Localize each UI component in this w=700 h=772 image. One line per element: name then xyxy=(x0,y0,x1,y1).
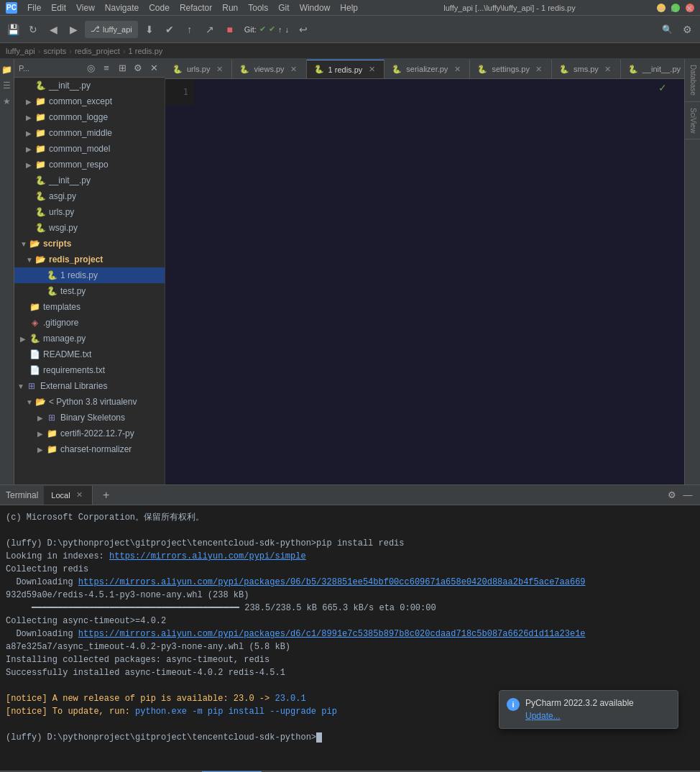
code-area[interactable] xyxy=(194,79,684,484)
toolbar-push[interactable]: ↑ xyxy=(181,21,198,38)
toolbar-forward[interactable]: ▶ xyxy=(65,21,82,38)
right-tab-database[interactable]: Database xyxy=(685,59,700,102)
tab-serializer[interactable]: 🐍 serializer.py ✕ xyxy=(384,60,470,78)
toolbar-commit[interactable]: ✔ xyxy=(161,21,178,38)
tree-item-python38[interactable]: 📂 < Python 3.8 virtualenv xyxy=(14,394,165,410)
terminal-link-aliyun[interactable]: https://mirrors.aliyun.com/pypi/simple xyxy=(109,551,306,561)
tree-item-binary[interactable]: ⊞ Binary Skeletons xyxy=(14,410,165,426)
notification-update-link[interactable]: Update... xyxy=(525,711,671,721)
menu-code[interactable]: Code xyxy=(144,1,174,14)
terminal-link-redis-pkg[interactable]: https://mirrors.aliyun.com/pypi/packages… xyxy=(78,577,586,587)
close-button[interactable]: ✕ xyxy=(686,4,694,12)
tab-settings[interactable]: 🐍 settings.py ✕ xyxy=(470,60,552,78)
tab-views[interactable]: 🐍 views.py ✕ xyxy=(232,60,306,78)
minimize-button[interactable]: — xyxy=(657,4,666,12)
tree-item-readme[interactable]: 📄 README.txt xyxy=(14,346,165,362)
tree-item-logger[interactable]: 📁 common_logge xyxy=(14,109,165,125)
window-title: luffy_api [...\luffy\luffy_api] - 1 redi… xyxy=(443,4,575,12)
terminal-settings-icon[interactable]: ⚙ xyxy=(666,489,678,502)
tree-item-certifi[interactable]: 📁 certifi-2022.12.7-py xyxy=(14,426,165,441)
tree-item-init2[interactable]: 🐍 __init__.py xyxy=(14,173,165,188)
breadcrumb-redis[interactable]: redis_project xyxy=(75,47,120,55)
tree-item-scripts[interactable]: 📂 scripts xyxy=(14,236,165,252)
tree-item-redis-project[interactable]: 📂 redis_project xyxy=(14,252,165,267)
menu-run[interactable]: Run xyxy=(218,1,242,14)
terminal-link-async-pkg[interactable]: https://mirrors.aliyun.com/pypi/packages… xyxy=(78,629,586,639)
tab-label-redis: 1 redis.py xyxy=(328,65,363,74)
toolbar-settings[interactable]: ⚙ xyxy=(678,21,696,38)
tree-item-init[interactable]: 🐍 __init__.py xyxy=(14,78,165,93)
toolbar-save[interactable]: 💾 xyxy=(4,21,22,38)
tab-init[interactable]: 🐍 __init__.py ✕ xyxy=(621,60,684,78)
terminal-content[interactable]: (c) Microsoft Corporation。保留所有权利。 (luffy… xyxy=(0,505,700,771)
py-icon-urls: 🐍 xyxy=(34,206,46,218)
tab-close-views[interactable]: ✕ xyxy=(289,65,299,74)
project-icon[interactable]: 📁 xyxy=(1,63,14,76)
sidebar-close-icon[interactable]: ✕ xyxy=(147,62,160,75)
branch-name: luffy_api xyxy=(103,25,132,34)
tree-item-except[interactable]: 📁 common_except xyxy=(14,93,165,109)
folder-icon-templates: 📁 xyxy=(29,301,40,313)
tree-item-test[interactable]: 🐍 test.py xyxy=(14,283,165,299)
toolbar-back[interactable]: ◀ xyxy=(45,21,62,38)
git-arrow-down: ↓ xyxy=(285,25,289,34)
search-button[interactable]: 🔍 xyxy=(658,21,676,38)
toolbar-fetch[interactable]: ↗ xyxy=(201,21,218,38)
tab-close-urls[interactable]: ✕ xyxy=(214,65,224,74)
menu-navigate[interactable]: Navigate xyxy=(101,1,143,14)
tree-item-manage[interactable]: 🐍 manage.py xyxy=(14,331,165,346)
tree-item-middle[interactable]: 📁 common_middle xyxy=(14,125,165,141)
menu-help[interactable]: Help xyxy=(336,1,362,14)
sidebar-collapse-icon[interactable]: ≡ xyxy=(100,62,113,75)
toolbar-sync[interactable]: ↻ xyxy=(24,21,42,38)
tab-close-sms[interactable]: ✕ xyxy=(603,65,613,74)
menu-tools[interactable]: Tools xyxy=(244,1,272,14)
toolbar-revert[interactable]: ↩ xyxy=(295,21,312,38)
sidebar-settings-icon[interactable]: ⚙ xyxy=(132,62,144,75)
tree-item-requirements[interactable]: 📄 requirements.txt xyxy=(14,362,165,378)
menu-git[interactable]: Git xyxy=(274,1,293,14)
tree-item-gitignore[interactable]: ◈ .gitignore xyxy=(14,315,165,331)
tab-redis[interactable]: 🐍 1 redis.py ✕ xyxy=(307,60,385,78)
tree-item-charset[interactable]: 📁 charset-normalizer xyxy=(14,441,165,457)
maximize-button[interactable]: □ xyxy=(671,4,680,12)
sidebar-header-icons: ◎ ≡ ⊞ ⚙ ✕ xyxy=(84,62,160,75)
tree-item-respo[interactable]: 📁 common_respo xyxy=(14,157,165,173)
tree-item-ext-libs[interactable]: ⊞ External Libraries xyxy=(14,378,165,394)
tree-label-gitignore: .gitignore xyxy=(43,318,78,328)
tree-item-templates[interactable]: 📁 templates xyxy=(14,299,165,315)
terminal-tab-local[interactable]: Local ✕ xyxy=(44,486,92,505)
menu-refactor[interactable]: Refactor xyxy=(175,1,216,14)
menu-view[interactable]: View xyxy=(72,1,99,14)
menu-edit[interactable]: Edit xyxy=(47,1,70,14)
tree-item-redis-py[interactable]: 🐍 1 redis.py xyxy=(14,267,165,283)
tab-close-serializer[interactable]: ✕ xyxy=(452,65,462,74)
menu-file[interactable]: File xyxy=(23,1,45,14)
menu-window[interactable]: Window xyxy=(295,1,335,14)
right-tab-sciview[interactable]: SciView xyxy=(685,102,700,139)
editor-content[interactable]: 1 ✓ xyxy=(165,79,684,484)
terminal-minimize-icon[interactable]: — xyxy=(681,489,694,502)
favorites-icon[interactable]: ★ xyxy=(1,95,14,108)
tree-item-asgi[interactable]: 🐍 asgi.py xyxy=(14,188,165,204)
tab-close-redis[interactable]: ✕ xyxy=(367,65,377,74)
tree-item-wsgi[interactable]: 🐍 wsgi.py xyxy=(14,220,165,236)
tab-urls[interactable]: 🐍 urls.py ✕ xyxy=(165,60,232,78)
terminal-tab-close[interactable]: ✕ xyxy=(75,490,85,500)
tab-close-settings[interactable]: ✕ xyxy=(534,65,544,74)
sidebar-expand-icon[interactable]: ⊞ xyxy=(116,62,129,75)
tree-item-model[interactable]: 📁 common_model xyxy=(14,141,165,157)
toolbar-stop[interactable]: ■ xyxy=(221,21,239,38)
sidebar-locate-icon[interactable]: ◎ xyxy=(84,62,97,75)
tab-icon-redis: 🐍 xyxy=(314,65,324,74)
branch-selector[interactable]: ⎇ luffy_api xyxy=(85,21,138,38)
breadcrumb-scripts[interactable]: scripts xyxy=(43,47,66,55)
structure-icon[interactable]: ☰ xyxy=(1,79,14,92)
breadcrumb-luffy[interactable]: luffy_api xyxy=(6,47,35,55)
breadcrumb-file[interactable]: 1 redis.py xyxy=(129,47,163,55)
tab-sms[interactable]: 🐍 sms.py ✕ xyxy=(552,60,621,78)
folder-icon-certifi: 📁 xyxy=(46,428,57,439)
tree-item-urls[interactable]: 🐍 urls.py xyxy=(14,204,165,220)
terminal-add-button[interactable]: + xyxy=(98,487,114,503)
toolbar-update[interactable]: ⬇ xyxy=(141,21,158,38)
